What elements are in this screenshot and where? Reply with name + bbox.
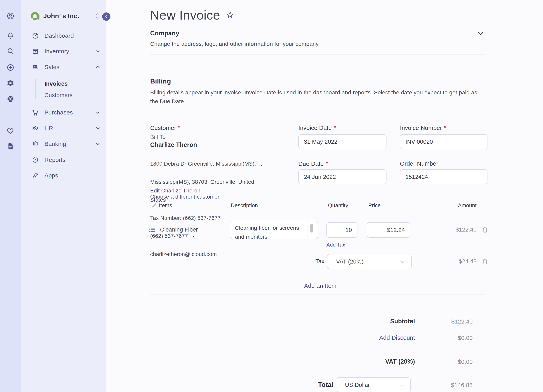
edit-customer-link[interactable]: Edit Charlize Theron [150,188,200,194]
add-discount-link[interactable]: Add Discount [150,334,415,342]
user-profile-icon[interactable] [5,11,16,21]
textarea-scrollbar-thumb[interactable] [310,224,313,232]
billing-section-title: Billing [150,77,171,85]
item-price-input[interactable]: $12.24 [367,222,410,238]
help-lifebuoy-icon[interactable] [5,94,16,104]
item-description-textarea[interactable]: Cleaning fiber for screens and monitors [230,221,318,239]
chevron-down-icon [95,49,101,54]
required-asterisk: * [178,125,181,131]
chevron-down-icon [400,259,406,265]
sidebar-item-dashboard[interactable]: Dashboard [21,30,106,41]
company-section-description: Change the address, logo, and other info… [150,41,320,47]
sidebar: John’ s Inc. Dashboard Inventory Sales I… [21,0,106,392]
column-header-amount: Amount [427,201,477,210]
divider [150,55,486,55]
required-asterisk: * [444,125,446,131]
chevron-up-icon [95,64,101,70]
favorite-star-icon[interactable] [226,11,235,20]
main-area: New Invoice Company Change the address, … [106,0,543,392]
company-switcher-icon[interactable] [95,11,101,21]
sidebar-subitem-customers[interactable]: Customers [21,90,106,100]
customer-tax-number: Tax Number: (662) 537-7677 [150,215,288,221]
sidebar-item-label: HR [45,122,53,134]
add-plus-icon[interactable] [5,62,16,73]
table-header-divider [150,210,486,210]
reports-pie-icon [32,156,39,163]
tax-amount: $24.48 [427,258,477,265]
sidebar-collapse-button[interactable] [102,12,110,21]
total-tax-value: $0.00 [423,358,473,365]
chevron-down-icon [95,141,101,147]
subtotal-value: $122.40 [423,318,473,325]
documents-icon[interactable] [5,141,16,152]
page-title-row: New Invoice [150,8,235,22]
sidebar-subitem-label: Customers [45,90,73,100]
bill-to-label: Bill To [150,134,166,140]
discount-value: $0.00 [423,334,473,342]
address-line-2: Mississippi(MS), 38703, Greenville, Unit… [150,179,288,185]
company-logo[interactable] [30,11,41,21]
chevron-down-icon [95,110,101,115]
sidebar-item-banking[interactable]: Banking [21,138,106,149]
total-label: Total [150,381,333,388]
notifications-bell-icon[interactable] [5,30,16,41]
sidebar-subitem-label: Invoices [45,79,68,88]
items-table-header: Items Description Quantity Price Amount [150,201,486,210]
sidebar-item-hr[interactable]: HR [21,122,106,134]
column-header-items: Items [159,201,172,210]
customer-label: Customer* [150,124,181,132]
item-name[interactable]: Cleaning Fiber [160,226,198,233]
sidebar-item-label: Banking [45,138,66,149]
sidebar-subitem-invoices[interactable]: Invoices [21,79,106,88]
currency-select-dropdown[interactable]: US Dollar [337,377,411,392]
customer-name: Charlize Theron [150,141,197,149]
choose-customer-link[interactable]: Choose a different customer [150,194,219,200]
dashboard-gauge-icon [32,32,39,39]
divider [150,294,486,295]
column-header-description: Description [231,201,258,210]
settings-gear-icon[interactable] [5,78,16,88]
sidebar-item-sales[interactable]: Sales [21,61,106,73]
add-tax-link[interactable]: Add Tax [326,241,345,248]
apps-rocket-icon [32,172,39,179]
sidebar-item-label: Purchases [45,107,73,118]
due-date-label: Due Date* [298,160,328,168]
sidebar-item-reports[interactable]: Reports [21,154,106,166]
search-icon[interactable] [5,46,16,56]
address-line-1: 1800 Debra Dr Greenville, Mississippi(MS… [150,161,288,167]
company-section-chevron-icon[interactable] [477,30,485,38]
sidebar-item-purchases[interactable]: Purchases [21,107,106,118]
page-title: New Invoice [150,8,220,22]
delete-tax-trash-icon[interactable] [481,258,489,265]
textarea-scroll-track [307,221,307,239]
item-amount: $122.40 [427,226,477,233]
invoice-date-input[interactable]: 31 May 2022 [298,134,386,149]
sidebar-item-apps[interactable]: Apps [21,170,106,181]
item-list-icon[interactable] [149,226,156,233]
company-name[interactable]: John’ s Inc. [43,11,79,21]
hr-people-icon [32,125,39,132]
order-number-input[interactable]: 1512424 [400,169,487,184]
tax-select-dropdown[interactable]: VAT (20%) [327,254,412,269]
invoice-date-label: Invoice Date* [298,124,336,132]
chevron-down-icon [399,382,404,388]
add-item-button[interactable]: + Add an Item [150,282,486,290]
required-asterisk: * [334,125,336,131]
item-quantity-input[interactable]: 10 [326,222,357,238]
chevron-down-icon [95,125,101,131]
required-asterisk: * [326,160,328,167]
sidebar-item-label: Apps [45,170,58,181]
favorites-heart-icon[interactable] [5,126,16,136]
due-date-input[interactable]: 24 Jun 2022 [298,169,386,184]
sidebar-item-label: Inventory [45,46,69,57]
inventory-box-icon [32,48,39,55]
total-tax-label: VAT (20%) [150,358,415,365]
billing-section-description: Billing details appear in your invoice. … [150,88,482,106]
tax-label: Tax [285,258,324,265]
column-header-price: Price [368,201,381,210]
invoice-number-label: Invoice Number* [400,124,446,132]
delete-item-trash-icon[interactable] [481,226,489,233]
invoice-number-input[interactable]: INV-00020 [400,134,487,149]
sidebar-item-inventory[interactable]: Inventory [21,46,106,57]
purchases-cart-icon [32,109,39,116]
